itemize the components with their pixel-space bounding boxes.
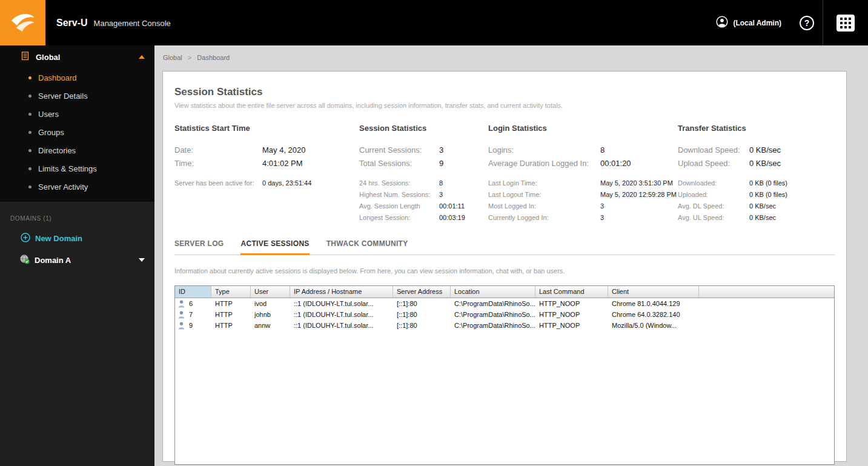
stat-row: Logins: 8	[488, 144, 678, 157]
help-button[interactable]: ?	[800, 16, 814, 30]
stat-value: 3	[439, 144, 443, 157]
table-row[interactable]: 9 HTTP annw ::1 (IDLOUHY-LT.tul.solar...…	[175, 320, 834, 331]
stat-label: Avg. DL Speed:	[678, 201, 749, 212]
cell-user: annw	[251, 322, 290, 329]
tab[interactable]: SERVER LOG	[174, 239, 224, 255]
table-header-cell[interactable]: Last Command	[535, 286, 608, 298]
stat-row: Date: May 4, 2020	[174, 144, 359, 157]
app-name: Serv-U	[56, 18, 88, 28]
topbar-right: (Local Admin) ?	[716, 0, 868, 45]
sidebar-item-domain-a[interactable]: Domain A	[0, 248, 154, 271]
stat-label: Current Sessions:	[359, 144, 439, 157]
solarwinds-logo[interactable]	[0, 0, 45, 45]
sidebar: Global Dashboard Server Details Users Gr…	[0, 45, 154, 466]
stat-label: Highest Num. Sessions:	[359, 189, 439, 201]
stat-row: Downloaded: 0 KB (0 files)	[678, 178, 835, 189]
column-label: User	[254, 288, 268, 295]
user-menu[interactable]: (Local Admin)	[716, 16, 781, 30]
page-description: View statistics about the entire file se…	[174, 102, 835, 109]
table-header-cell[interactable]: ID	[175, 286, 211, 298]
stat-value: 00:01:20	[600, 157, 631, 170]
stat-value: 0 KB/sec	[749, 201, 776, 212]
cell-type: HTTP	[211, 322, 251, 329]
stat-row: Uploaded: 0 KB (0 files)	[678, 189, 835, 201]
cell-id: 7	[175, 311, 211, 319]
stat-label: 24 hrs. Sessions:	[359, 178, 439, 189]
bullet-icon	[28, 167, 31, 170]
column-label: Client	[612, 288, 629, 295]
stat-row: Server has been active for: 0 days, 23:5…	[174, 178, 359, 189]
app-subtitle: Management Console	[94, 19, 171, 28]
apps-grid-button[interactable]	[823, 0, 868, 45]
stat-value: 00:01:11	[439, 201, 465, 212]
cell-last-command: HTTP_NOOP	[535, 300, 608, 307]
bullet-icon	[28, 131, 31, 134]
table-header-cell[interactable]: Location	[451, 286, 535, 298]
sidebar-item-global[interactable]: Global	[0, 45, 154, 68]
table-row[interactable]: 7 HTTP johnb ::1 (IDLOUHY-LT.tul.solar..…	[175, 309, 834, 320]
stat-label: Average Duration Logged In:	[488, 157, 600, 170]
server-building-icon	[21, 52, 30, 63]
table-row[interactable]: 6 HTTP ivod ::1 (IDLOUHY-LT.tul.solar...…	[175, 298, 834, 309]
plus-circle-icon	[21, 233, 30, 244]
user-icon	[178, 311, 185, 319]
bullet-icon	[28, 76, 31, 79]
stat-label: Time:	[174, 157, 262, 170]
stat-label: Last Logout Time:	[488, 189, 600, 201]
sidebar-item[interactable]: Dashboard	[0, 68, 154, 87]
tab-label: THWACK COMMUNITY	[326, 239, 408, 248]
sidebar-item-label: Users	[38, 110, 59, 119]
sidebar-item[interactable]: Limits & Settings	[0, 159, 154, 178]
tab-label: ACTIVE SESSIONS	[240, 239, 309, 248]
table-header-cell[interactable]: User	[251, 286, 290, 298]
sidebar-item-label: Dashboard	[38, 73, 77, 82]
cell-location: C:\ProgramData\RhinoSo...	[451, 311, 535, 318]
table-header-filler	[699, 286, 834, 298]
cell-location: C:\ProgramData\RhinoSo...	[451, 322, 535, 329]
sidebar-item[interactable]: Server Details	[0, 87, 154, 105]
stat-label: Last Login Time:	[488, 178, 600, 189]
cell-client: Chrome 64.0.3282.140	[608, 311, 699, 318]
stats-column-title: Transfer Statistics	[678, 124, 835, 133]
stat-value: May 5, 2020 12:59:28 PM	[600, 189, 677, 201]
sidebar-item[interactable]: Users	[0, 105, 154, 123]
bullet-icon	[28, 185, 31, 188]
stat-value: May 4, 2020	[262, 144, 306, 157]
column-label: IP Address / Hostname	[294, 288, 362, 295]
cell-type: HTTP	[211, 311, 251, 318]
sidebar-item[interactable]: Directories	[0, 141, 154, 159]
cell-ip-hostname: ::1 (IDLOUHY-LT.tul.solar...	[290, 300, 393, 307]
cell-type: HTTP	[211, 300, 251, 307]
domain-a-label: Domain A	[35, 256, 71, 265]
sidebar-item[interactable]: Server Activity	[0, 178, 154, 196]
stat-label: Download Speed:	[678, 144, 749, 157]
column-label: Last Command	[539, 288, 585, 295]
active-sessions-table: ID Type User IP Address / Hostname	[174, 285, 835, 465]
breadcrumb-separator: >	[188, 54, 191, 61]
sidebar-item[interactable]: Groups	[0, 123, 154, 141]
sidebar-item-label: Directories	[38, 146, 76, 155]
help-icon: ?	[804, 18, 810, 28]
new-domain-button[interactable]: New Domain	[0, 228, 154, 248]
stat-value: 0 KB (0 files)	[749, 189, 787, 201]
table-header-cell[interactable]: Type	[211, 286, 251, 298]
breadcrumb-global[interactable]: Global	[163, 54, 182, 61]
table-header-row: ID Type User IP Address / Hostname	[175, 286, 834, 298]
tab-bar: SERVER LOG ACTIVE SESSIONS THWACK COMMUN…	[174, 239, 835, 255]
tab-description: Information about currently active sessi…	[174, 267, 835, 275]
tab[interactable]: THWACK COMMUNITY	[326, 239, 408, 255]
table-header-cell[interactable]: Server Address	[393, 286, 451, 298]
stats-column-login: Login Statistics Logins: 8 Average Durat…	[488, 124, 678, 224]
cell-last-command: HTTP_NOOP	[535, 311, 608, 318]
table-header-cell[interactable]: IP Address / Hostname	[290, 286, 393, 298]
stat-row: Longest Session: 00:03:19	[359, 212, 488, 224]
table-header-cell[interactable]: Client	[608, 286, 699, 298]
column-label: Location	[454, 288, 480, 295]
tab[interactable]: ACTIVE SESSIONS	[240, 239, 309, 255]
stats-column-session: Session Statistics Current Sessions: 3 T…	[359, 124, 488, 224]
cell-server-address: [::1]:80	[393, 311, 451, 318]
stat-row: Upload Speed: 0 KB/sec	[678, 157, 835, 170]
bullet-icon	[28, 149, 31, 152]
column-label: Type	[215, 288, 230, 295]
stat-value: 9	[439, 157, 443, 170]
